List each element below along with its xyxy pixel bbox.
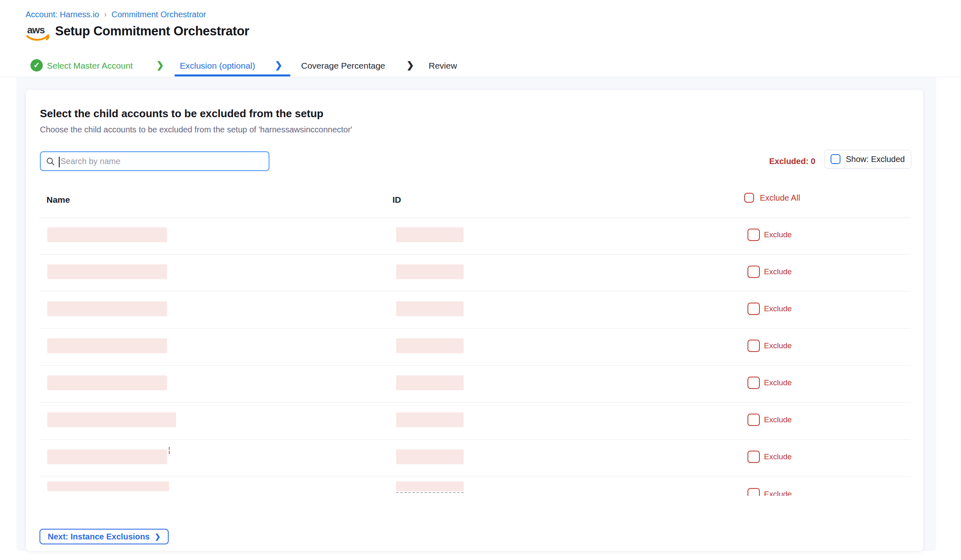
table-row: Exclude: [26, 329, 924, 366]
redacted-account-name: [47, 338, 167, 353]
wizard-stepper: ✓ Select Master Account ❯ Exclusion (opt…: [0, 57, 961, 77]
exclude-label: Exclude: [764, 304, 792, 314]
redacted-account-name: [47, 481, 169, 491]
redacted-account-id: [396, 449, 464, 464]
redacted-account-name: [47, 301, 167, 316]
step-select-master-account[interactable]: Select Master Account: [47, 59, 133, 72]
exclude-all-control[interactable]: Exclude All: [744, 193, 800, 203]
show-excluded-toggle[interactable]: Show: Excluded: [824, 150, 911, 169]
id-dashed-underline: [396, 492, 464, 493]
chevron-right-icon: ❯: [406, 59, 414, 72]
panel-heading: Select the child accounts to be excluded…: [40, 107, 323, 120]
next-button-label: Next: Instance Exclusions: [48, 532, 150, 541]
table-row: Exclude: [26, 218, 924, 255]
table-row: Exclude: [26, 366, 924, 403]
exclude-checkbox[interactable]: [747, 451, 760, 463]
setup-commitment-orchestrator-screen: Account: Harness.io › Commitment Orchest…: [0, 0, 961, 560]
text-caret: [59, 157, 60, 167]
exclude-all-checkbox[interactable]: [744, 193, 754, 203]
table-row: Exclude ¦: [26, 440, 924, 477]
exclude-checkbox[interactable]: [747, 488, 760, 496]
step-completed-check-icon: ✓: [30, 59, 43, 72]
table-row: Exclude: [26, 477, 924, 496]
exclude-checkbox[interactable]: [747, 303, 760, 315]
show-excluded-checkbox[interactable]: [831, 154, 840, 164]
redacted-account-id: [396, 301, 464, 316]
exclude-label: Exclude: [764, 378, 792, 388]
column-header-name: Name: [46, 195, 70, 205]
aws-logo-icon: aws: [25, 23, 52, 43]
exclude-checkbox[interactable]: [747, 340, 760, 352]
redacted-account-name: [47, 375, 167, 390]
breadcrumb-separator-icon: ›: [104, 10, 107, 19]
redacted-account-name: [47, 412, 176, 427]
aws-logo-text: aws: [27, 24, 45, 35]
chevron-right-icon: ❯: [155, 532, 160, 541]
search-icon: [46, 157, 55, 166]
exclude-all-label: Exclude All: [760, 193, 800, 203]
redacted-account-id: [396, 481, 464, 491]
excluded-count-badge: Excluded: 0: [769, 157, 815, 166]
step-coverage-percentage[interactable]: Coverage Percentage: [301, 59, 385, 72]
redacted-account-id: [396, 227, 464, 242]
redacted-account-name: [47, 449, 167, 464]
exclude-label: Exclude: [764, 230, 792, 240]
column-header-id: ID: [392, 195, 401, 205]
exclude-checkbox[interactable]: [747, 414, 760, 426]
table-row: Exclude: [26, 403, 924, 440]
redacted-account-id: [396, 264, 464, 279]
search-input[interactable]: [60, 152, 266, 170]
exclude-label: Exclude: [764, 489, 792, 496]
redacted-account-name: [47, 264, 167, 279]
breadcrumb-account-link[interactable]: Account: Harness.io: [26, 10, 99, 19]
redaction-artifact: ¦: [168, 446, 170, 454]
active-step-underline: [174, 74, 290, 76]
exclude-checkbox[interactable]: [747, 377, 760, 389]
redacted-account-id: [396, 412, 464, 427]
exclude-label: Exclude: [764, 452, 792, 462]
page-title: Setup Commitment Orchestrator: [55, 24, 249, 39]
step-exclusion-active[interactable]: Exclusion (optional): [180, 59, 255, 72]
table-row: Exclude: [26, 255, 924, 292]
exclude-label: Exclude: [764, 267, 792, 277]
breadcrumb: Account: Harness.io › Commitment Orchest…: [26, 10, 206, 19]
chevron-right-icon: ❯: [156, 59, 164, 72]
accounts-table-body: Exclude Exclude Exclude Exclude Exclude …: [26, 218, 924, 496]
chevron-right-icon: ❯: [275, 59, 282, 72]
redacted-account-id: [396, 338, 464, 353]
show-excluded-label: Show: Excluded: [846, 155, 905, 164]
exclusion-panel: Select the child accounts to be excluded…: [26, 89, 924, 551]
redacted-account-name: [47, 227, 167, 242]
search-box[interactable]: [40, 151, 269, 171]
exclude-label: Exclude: [764, 341, 792, 351]
redacted-account-id: [396, 375, 464, 390]
table-row: Exclude: [26, 292, 924, 329]
exclude-checkbox[interactable]: [747, 229, 760, 241]
exclude-label: Exclude: [764, 415, 792, 425]
step-review[interactable]: Review: [429, 59, 457, 72]
next-instance-exclusions-button[interactable]: Next: Instance Exclusions ❯: [39, 529, 169, 544]
breadcrumb-orchestrator-link[interactable]: Commitment Orchestrator: [111, 10, 206, 19]
exclude-checkbox[interactable]: [747, 266, 760, 278]
panel-subheading: Choose the child accounts to be excluded…: [40, 125, 352, 134]
